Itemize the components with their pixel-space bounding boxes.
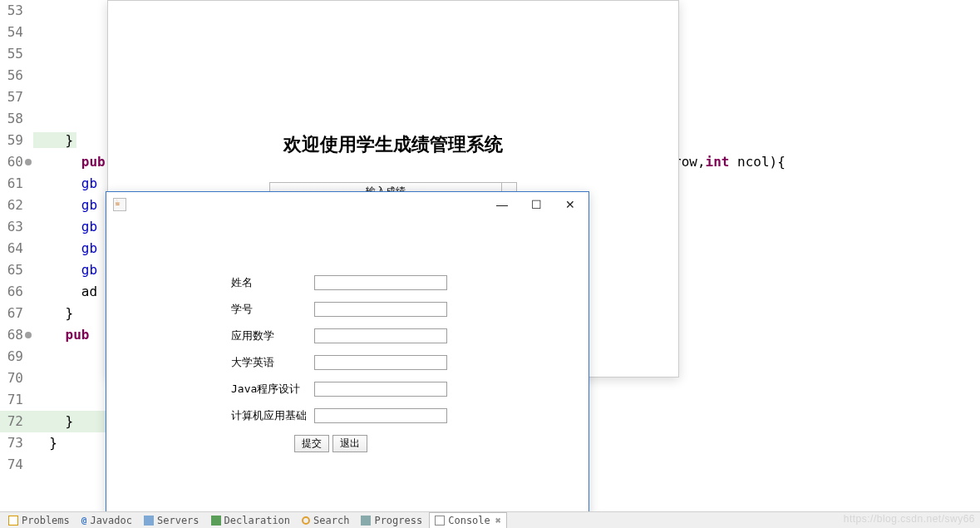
close-button[interactable]: ✕: [565, 198, 575, 211]
line-number: 68: [0, 324, 23, 346]
field-input-1[interactable]: [314, 302, 447, 317]
code-line[interactable]: 65 gb: [0, 259, 106, 281]
exit-button[interactable]: 退出: [332, 435, 367, 452]
declaration-icon: [211, 516, 221, 526]
field-label: 应用数学: [231, 328, 314, 343]
code-text: gb: [33, 197, 97, 213]
tab-label: Declaration: [224, 515, 290, 526]
tab-progress[interactable]: Progress: [356, 512, 427, 529]
line-number: 65: [0, 259, 23, 281]
line-number: 70: [0, 368, 23, 389]
warning-icon: [8, 516, 18, 526]
code-line[interactable]: 55: [0, 43, 106, 65]
javadoc-icon: @: [81, 515, 87, 526]
code-line[interactable]: 68 pub: [0, 324, 106, 346]
tab-label: Servers: [157, 515, 199, 526]
code-line[interactable]: 72 }: [0, 411, 106, 432]
tab-problems[interactable]: Problems: [3, 512, 75, 529]
code-line[interactable]: 62 gb: [0, 195, 106, 216]
line-number: 53: [0, 0, 23, 22]
input-dialog: — ☐ ✕ 姓名学号应用数学大学英语Java程序设计计算机应用基础提交退出: [106, 191, 589, 524]
tab-label: Search: [313, 515, 349, 526]
code-text: gb: [33, 240, 97, 256]
code-text: }: [33, 435, 57, 451]
line-number: 55: [0, 43, 23, 65]
field-input-5[interactable]: [314, 408, 447, 423]
code-text: }: [33, 305, 73, 321]
form-row: 应用数学: [231, 328, 555, 343]
watermark: https://blog.csdn.net/swy66: [844, 513, 975, 525]
welcome-title: 欢迎使用学生成绩管理系统: [108, 132, 678, 157]
line-number: 64: [0, 238, 23, 259]
tab-console[interactable]: Console ✖: [429, 512, 507, 529]
form-row: Java程序设计: [231, 382, 555, 397]
code-line[interactable]: 60 pubrow,int ncol){: [0, 151, 106, 173]
code-line[interactable]: 74: [0, 454, 106, 476]
field-input-0[interactable]: [314, 275, 447, 290]
line-number: 73: [0, 432, 23, 454]
code-line[interactable]: 58: [0, 108, 106, 130]
tab-label: Problems: [22, 515, 70, 526]
field-input-4[interactable]: [314, 382, 447, 397]
line-number: 67: [0, 303, 23, 324]
code-line[interactable]: 66 ad: [0, 281, 106, 303]
submit-button[interactable]: 提交: [294, 435, 329, 452]
line-number: 60: [0, 151, 23, 173]
line-number: 61: [0, 173, 23, 195]
code-text: }: [33, 132, 76, 148]
form-buttons: 提交退出: [231, 435, 555, 452]
console-icon: [435, 516, 445, 526]
tab-close-icon[interactable]: ✖: [495, 515, 501, 526]
line-number: 58: [0, 108, 23, 130]
form-row: 大学英语: [231, 355, 555, 370]
code-text: pub: [33, 327, 89, 343]
line-number: 72: [0, 411, 23, 432]
progress-icon: [361, 516, 371, 526]
dialog-titlebar[interactable]: — ☐ ✕: [106, 192, 588, 217]
line-number: 62: [0, 195, 23, 216]
code-text: gb: [33, 175, 97, 191]
code-line[interactable]: 67 }: [0, 303, 106, 324]
code-text: pub: [33, 154, 106, 170]
tab-label: Progress: [374, 515, 422, 526]
code-line[interactable]: 53: [0, 0, 106, 22]
line-number: 59: [0, 130, 23, 151]
breakpoint-marker[interactable]: [25, 159, 32, 165]
code-lines[interactable]: 53545556575859 }60 pubrow,int ncol){61 g…: [0, 0, 106, 476]
tab-servers[interactable]: Servers: [139, 512, 204, 529]
field-label: 大学英语: [231, 355, 314, 370]
maximize-button[interactable]: ☐: [531, 198, 542, 211]
line-number: 57: [0, 86, 23, 108]
field-input-3[interactable]: [314, 355, 447, 370]
code-line[interactable]: 59 }: [0, 130, 106, 151]
code-line[interactable]: 73 }: [0, 432, 106, 454]
java-icon: [113, 198, 126, 211]
code-line[interactable]: 69: [0, 346, 106, 368]
search-icon: [302, 516, 310, 525]
code-text: gb: [33, 219, 97, 234]
code-line[interactable]: 57: [0, 86, 106, 108]
line-number: 69: [0, 346, 23, 368]
tab-search[interactable]: Search: [297, 512, 354, 529]
line-number: 66: [0, 281, 23, 303]
line-number: 63: [0, 216, 23, 238]
breakpoint-marker[interactable]: [25, 332, 32, 338]
line-number: 56: [0, 65, 23, 86]
tab-label: Javadoc: [90, 515, 132, 526]
code-line[interactable]: 64 gb: [0, 238, 106, 259]
tab-javadoc[interactable]: @ Javadoc: [76, 512, 137, 529]
code-line[interactable]: 70: [0, 368, 106, 389]
code-tail: row,int ncol){: [673, 151, 785, 173]
minimize-button[interactable]: —: [496, 198, 508, 211]
field-input-2[interactable]: [314, 328, 447, 343]
tab-declaration[interactable]: Declaration: [206, 512, 295, 529]
code-line[interactable]: 54: [0, 22, 106, 43]
code-line[interactable]: 71: [0, 389, 106, 411]
code-line[interactable]: 56: [0, 65, 106, 86]
form-row: 姓名: [231, 275, 555, 290]
code-line[interactable]: 63 gb: [0, 216, 106, 238]
views-bar: Problems @ Javadoc Servers Declaration S…: [0, 511, 980, 528]
tab-label: Console: [448, 515, 490, 526]
code-line[interactable]: 61 gb: [0, 173, 106, 195]
form-row: 计算机应用基础: [231, 408, 555, 423]
